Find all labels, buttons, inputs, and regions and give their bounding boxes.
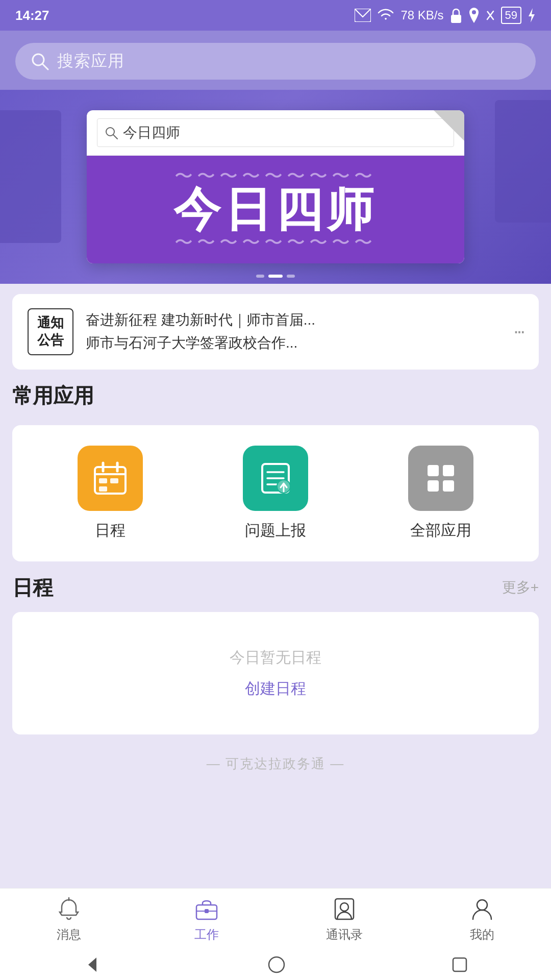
svg-rect-12 <box>99 478 107 483</box>
nav-item-mine[interactable]: 我的 <box>413 896 551 943</box>
svg-rect-25 <box>443 480 454 492</box>
status-bar: 14:27 78 KB/s 59 <box>0 0 551 31</box>
svg-marker-3 <box>529 8 535 22</box>
app-item-schedule[interactable]: 日程 <box>28 446 193 541</box>
notice-line-2: 师市与石河子大学签署政校合作... <box>86 332 501 355</box>
banner-search-box: 今日四师 <box>97 118 454 147</box>
calendar-icon <box>92 460 129 497</box>
bottom-nav: 消息 工作 通讯录 <box>0 888 551 949</box>
nav-icon-work <box>193 896 220 922</box>
schedule-section-title: 日程 <box>12 574 53 602</box>
svg-point-31 <box>340 903 348 911</box>
svg-line-7 <box>113 135 117 139</box>
charging-icon <box>528 8 536 22</box>
nav-label-work: 工作 <box>194 926 219 943</box>
notice-card[interactable]: 通知 公告 奋进新征程 建功新时代｜师市首届... 师市与石河子大学签署政校合作… <box>12 294 539 370</box>
app-item-report[interactable]: 问题上报 <box>193 446 358 541</box>
status-icons: 78 KB/s 59 <box>355 7 536 24</box>
banner-search-row: 今日四师 <box>87 110 464 156</box>
recent-button[interactable] <box>452 957 468 973</box>
search-bar[interactable]: 搜索应用 <box>15 43 536 80</box>
nav-icon-contacts <box>331 896 358 922</box>
nav-item-work[interactable]: 工作 <box>138 896 276 943</box>
bluetooth-icon <box>486 8 495 23</box>
nav-icon-mine <box>469 896 495 922</box>
wifi-icon <box>377 9 394 22</box>
svg-marker-33 <box>88 958 96 972</box>
home-button[interactable] <box>267 955 286 974</box>
svg-rect-1 <box>451 15 461 23</box>
app-label-schedule: 日程 <box>95 520 126 541</box>
nav-item-contacts[interactable]: 通讯录 <box>276 896 413 943</box>
nav-label-contacts: 通讯录 <box>326 926 363 943</box>
app-icon-report <box>243 446 308 511</box>
location-icon <box>468 8 480 23</box>
nav-label-mine: 我的 <box>470 926 494 943</box>
report-icon <box>257 460 294 497</box>
svg-rect-22 <box>428 465 439 476</box>
network-speed: 78 KB/s <box>400 8 443 22</box>
common-apps-section: 常用应用 日程 <box>0 382 551 561</box>
person-icon <box>470 897 494 921</box>
nav-label-message: 消息 <box>57 926 81 943</box>
bell-icon <box>57 897 81 921</box>
app-icon-schedule <box>78 446 143 511</box>
svg-rect-13 <box>110 478 118 483</box>
svg-point-32 <box>477 900 487 910</box>
schedule-header: 日程 更多+ <box>0 574 551 602</box>
email-icon <box>355 9 371 22</box>
svg-rect-29 <box>205 909 209 913</box>
svg-point-34 <box>269 957 284 972</box>
banner-search-text: 今日四师 <box>123 123 180 142</box>
banner-dot-3[interactable] <box>287 275 295 278</box>
search-icon <box>31 52 49 70</box>
notice-line-1: 奋进新征程 建功新时代｜师市首届... <box>86 309 501 332</box>
banner-dot-1[interactable] <box>256 275 264 278</box>
search-bar-section: 搜索应用 <box>0 31 551 90</box>
banner-title: 今日四师 <box>173 178 378 241</box>
banner-card[interactable]: 今日四师 〜〜〜〜〜〜〜〜〜 今日四师 〜〜〜〜〜〜〜〜〜 <box>87 110 464 263</box>
nav-icon-message <box>56 896 82 922</box>
nav-item-message[interactable]: 消息 <box>0 896 138 943</box>
app-item-all[interactable]: 全部应用 <box>358 446 523 541</box>
svg-rect-35 <box>453 958 466 971</box>
banner-dots <box>256 275 295 278</box>
banner-search-icon <box>105 126 118 139</box>
svg-point-2 <box>472 10 476 14</box>
schedule-more-link[interactable]: 更多+ <box>502 578 539 597</box>
schedule-empty-text: 今日暂无日程 <box>230 647 321 668</box>
system-nav-bar <box>0 949 551 980</box>
battery-indicator: 59 <box>501 7 521 24</box>
back-button[interactable] <box>83 955 102 974</box>
app-icon-all <box>408 446 473 511</box>
schedule-card: 今日暂无日程 创建日程 <box>12 612 539 734</box>
banner: 今日四师 〜〜〜〜〜〜〜〜〜 今日四师 〜〜〜〜〜〜〜〜〜 <box>0 90 551 284</box>
footer-divider: — 可克达拉政务通 — <box>0 745 551 778</box>
svg-rect-24 <box>428 480 439 492</box>
banner-main: 〜〜〜〜〜〜〜〜〜 今日四师 〜〜〜〜〜〜〜〜〜 <box>87 156 464 263</box>
status-time: 14:27 <box>15 8 49 23</box>
svg-rect-14 <box>99 486 107 492</box>
banner-dot-2[interactable] <box>268 275 283 278</box>
schedule-create-button[interactable]: 创建日程 <box>245 678 306 699</box>
notice-text: 奋进新征程 建功新时代｜师市首届... 师市与石河子大学签署政校合作... <box>86 309 501 355</box>
grid-icon <box>422 460 459 497</box>
svg-line-5 <box>42 64 48 69</box>
notice-label: 通知 公告 <box>28 308 73 355</box>
contacts-icon <box>332 897 357 921</box>
lock-icon <box>450 8 462 23</box>
common-apps-title: 常用应用 <box>12 382 539 410</box>
app-label-all: 全部应用 <box>410 520 471 541</box>
notice-more-icon[interactable]: ··· <box>513 321 523 342</box>
briefcase-icon <box>194 897 219 921</box>
svg-rect-23 <box>443 465 454 476</box>
app-label-report: 问题上报 <box>245 520 306 541</box>
apps-grid: 日程 问题上报 <box>12 425 539 561</box>
search-placeholder: 搜索应用 <box>57 50 124 72</box>
